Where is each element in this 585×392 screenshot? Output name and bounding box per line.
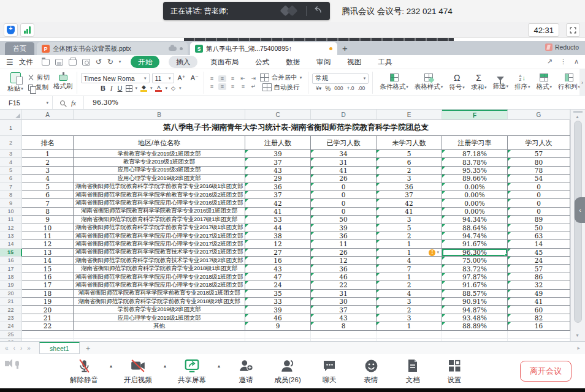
row-header-22[interactable]: 22 xyxy=(0,306,22,314)
menu-tab-工具[interactable]: 工具 xyxy=(374,56,396,68)
cell[interactable]: 17 xyxy=(22,281,74,289)
cell[interactable]: 24 xyxy=(245,281,311,289)
next-sheet-icon[interactable]: › xyxy=(20,345,22,352)
cell[interactable]: 41 xyxy=(508,298,570,306)
cell[interactable]: 44 xyxy=(245,224,311,232)
menu-tab-公式[interactable]: 公式 xyxy=(251,56,273,68)
cell[interactable]: 14 xyxy=(508,240,570,248)
wrap-text-button[interactable]: 自动换行 xyxy=(262,83,300,92)
underline-icon[interactable]: U xyxy=(117,85,124,92)
cell[interactable]: 39 xyxy=(245,306,311,314)
cell[interactable]: 41 xyxy=(311,167,377,175)
cell[interactable]: 57 xyxy=(508,150,570,158)
cell[interactable]: 31 xyxy=(311,290,377,298)
cell[interactable]: 6 xyxy=(377,158,442,166)
cell[interactable]: 27 xyxy=(245,249,311,257)
increase-font-icon[interactable]: A⁺ xyxy=(177,74,187,82)
cell[interactable]: 93.48% xyxy=(442,314,508,322)
cell[interactable]: 35 xyxy=(245,290,311,298)
scroll-up-icon[interactable]: ▲ xyxy=(575,115,579,119)
copy-button[interactable]: 复制 xyxy=(28,83,48,92)
italic-icon[interactable]: I xyxy=(109,85,114,92)
cell[interactable]: 应用心理学专业2019级2班团支部 xyxy=(74,175,245,183)
cell[interactable]: 0 xyxy=(508,199,570,207)
ribbon-button-筛选[interactable]: 筛选▾ xyxy=(489,74,511,91)
cell[interactable]: 30 xyxy=(311,298,377,306)
cell[interactable]: 21 xyxy=(22,314,74,322)
cell[interactable]: 3 xyxy=(377,175,442,183)
cell[interactable] xyxy=(311,331,377,339)
ribbon-button-条件格式[interactable]: 条件格式▾ xyxy=(377,74,411,91)
cell[interactable]: 50 xyxy=(311,216,377,224)
cell[interactable]: 5 xyxy=(377,224,442,232)
cell[interactable]: 29 xyxy=(245,175,311,183)
cell[interactable]: 43 xyxy=(311,314,377,322)
cell[interactable]: 22 xyxy=(22,322,74,330)
bold-icon[interactable]: B xyxy=(99,85,107,92)
cut-button[interactable]: 剪切 xyxy=(28,74,50,82)
cell[interactable]: 50 xyxy=(508,224,570,232)
cell[interactable]: 1 xyxy=(377,240,442,248)
cell[interactable]: 4 xyxy=(377,290,442,298)
cell[interactable]: 91.67% xyxy=(442,281,508,289)
cell[interactable]: 11 xyxy=(22,232,74,240)
sheet-title-cell[interactable]: 第八季电子书-湖南青年大学习统计表-湖南省衡阳师范学院教育科学学院团总支 xyxy=(22,120,570,136)
cell[interactable]: 2 xyxy=(377,167,442,175)
increase-decimal-icon[interactable]: +.0 xyxy=(346,85,354,91)
cell[interactable]: 95.35% xyxy=(442,167,508,175)
last-sheet-icon[interactable]: » xyxy=(27,345,31,352)
cell[interactable]: 湖南省衡阳师范学院教育科学学院学前教育学专业2016级1班团支部 xyxy=(74,183,245,191)
cell[interactable]: 26 xyxy=(311,249,377,257)
cell[interactable]: 3 xyxy=(22,167,74,175)
select-all-corner[interactable] xyxy=(0,110,22,120)
font-size-select[interactable]: 11▾ xyxy=(152,73,174,83)
cell[interactable]: 8 xyxy=(22,208,74,216)
align-left-icon[interactable]: ≡ xyxy=(208,83,216,90)
vertical-scrollbar[interactable]: ▲ ▼ ‹ xyxy=(570,110,585,341)
cell[interactable]: 4 xyxy=(377,257,442,265)
decrease-font-icon[interactable]: A⁻ xyxy=(189,74,200,82)
doc-tab-pptx[interactable]: P 全体团支书会议背景板.pptx xyxy=(37,42,188,55)
align-top-icon[interactable]: ≡ xyxy=(208,75,216,82)
cell[interactable]: 47 xyxy=(245,273,311,281)
row-header-16[interactable]: 16 xyxy=(0,257,22,265)
column-header-A[interactable]: A xyxy=(22,110,74,120)
cell[interactable]: 1!▾ xyxy=(377,249,442,257)
cell[interactable]: 60 xyxy=(508,306,570,314)
paste-button[interactable]: 粘贴▾ xyxy=(5,72,26,93)
row-header-10[interactable]: 10 xyxy=(0,208,22,216)
control-share[interactable]: 共享屏幕 xyxy=(174,357,210,385)
column-header-D[interactable]: D xyxy=(311,110,377,120)
thousands-icon[interactable]: 000 xyxy=(334,85,343,91)
cell[interactable]: 88.64% xyxy=(442,224,508,232)
cell[interactable]: 18 xyxy=(22,290,74,298)
error-warning-icon[interactable]: !▾ xyxy=(429,249,439,256)
selected-cell-F15[interactable]: 96.30% xyxy=(442,249,508,257)
zoom-formula-icon[interactable] xyxy=(60,100,65,105)
cell[interactable] xyxy=(74,331,245,339)
ribbon-button-表格样式[interactable]: 表格样式▾ xyxy=(411,74,446,91)
cell[interactable]: 0 xyxy=(311,199,377,207)
cell[interactable]: 37 xyxy=(245,191,311,199)
cell[interactable]: 31 xyxy=(311,158,377,166)
row-header-8[interactable]: 8 xyxy=(0,191,22,199)
cell[interactable]: 45 xyxy=(508,249,570,257)
cell[interactable]: 学前教育学专业2019级1班团支部 xyxy=(74,150,245,158)
cell[interactable]: 0.00% xyxy=(442,183,508,191)
cell[interactable]: 90.91% xyxy=(442,298,508,306)
collapse-ribbon-icon[interactable]: ∧ xyxy=(574,58,579,66)
cell[interactable]: 2 xyxy=(377,281,442,289)
cell[interactable]: 12 xyxy=(311,257,377,265)
cell[interactable]: 16 xyxy=(245,257,311,265)
cell[interactable]: 应用心理学专业2019级1班团支部 xyxy=(74,314,245,322)
cell[interactable]: 91.67% xyxy=(442,240,508,248)
cell[interactable]: 89.66% xyxy=(442,175,508,183)
cell[interactable]: 1 xyxy=(22,150,74,158)
cell[interactable]: 82 xyxy=(508,314,570,322)
cell[interactable]: 37 xyxy=(311,306,377,314)
cell[interactable]: 46 xyxy=(311,273,377,281)
row-header-18[interactable]: 18 xyxy=(0,273,22,281)
ribbon-button-排序[interactable]: AZ↓排序▾ xyxy=(511,74,533,91)
cell[interactable]: 15 xyxy=(22,265,74,273)
row-header-24[interactable]: 24 xyxy=(0,322,22,330)
